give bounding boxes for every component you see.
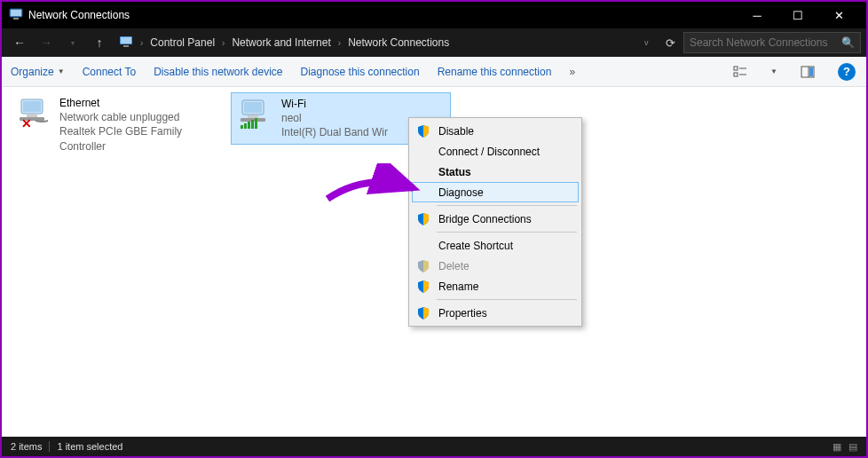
menu-diagnose[interactable]: Diagnose — [412, 182, 579, 202]
back-button[interactable]: ← — [7, 30, 32, 55]
svg-rect-19 — [244, 102, 262, 113]
shield-icon — [415, 279, 431, 295]
menu-separator — [437, 232, 577, 233]
ethernet-icon: ✕ — [14, 96, 52, 131]
status-selected-count: 1 item selected — [57, 441, 122, 452]
svg-rect-7 — [734, 73, 738, 76]
adapter-name: Ethernet — [59, 96, 227, 110]
svg-rect-14 — [23, 101, 41, 112]
maximize-button[interactable]: ☐ — [777, 2, 818, 28]
breadcrumb-item[interactable]: Network and Internet — [232, 36, 330, 49]
shield-icon — [415, 258, 431, 274]
up-button[interactable]: ↑ — [87, 30, 112, 55]
breadcrumb[interactable]: › Control Panel › Network and Internet ›… — [114, 36, 643, 51]
adapter-text: Ethernet Network cable unplugged Realtek… — [59, 96, 227, 154]
view-options-button[interactable] — [730, 61, 751, 83]
connect-to-button[interactable]: Connect To — [83, 66, 137, 78]
chevron-right-icon: › — [335, 38, 344, 48]
svg-rect-2 — [13, 18, 19, 20]
menu-create-shortcut[interactable]: Create Shortcut — [412, 235, 579, 256]
status-item-count: 2 items — [11, 441, 42, 452]
menu-connect-disconnect[interactable]: Connect / Disconnect — [412, 141, 579, 162]
close-button[interactable]: ✕ — [818, 2, 859, 28]
svg-rect-5 — [123, 45, 129, 47]
menu-separator — [437, 299, 577, 300]
adapter-ethernet[interactable]: ✕ Ethernet Network cable unplugged Realt… — [11, 92, 231, 157]
adapter-name: Wi-Fi — [281, 97, 388, 111]
minimize-button[interactable]: ─ — [737, 2, 777, 28]
status-separator — [49, 441, 50, 452]
menu-rename[interactable]: Rename — [412, 276, 579, 296]
address-bar: ← → ▾ ↑ › Control Panel › Network and In… — [2, 28, 866, 57]
tiles-view-icon[interactable]: ▤ — [848, 441, 857, 453]
chevron-right-icon: › — [218, 38, 228, 48]
disable-device-button[interactable]: Disable this network device — [154, 66, 282, 78]
preview-pane-button[interactable] — [797, 61, 818, 83]
svg-rect-6 — [734, 67, 738, 70]
adapter-text: Wi-Fi neol Intel(R) Dual Band Wir — [281, 97, 388, 140]
help-icon: ? — [838, 63, 856, 81]
svg-text:✕: ✕ — [21, 116, 32, 130]
adapter-desc: Realtek PCIe GBE Family Controller — [59, 124, 227, 153]
search-box[interactable]: 🔍 — [683, 32, 861, 53]
search-icon: 🔍 — [841, 36, 855, 49]
address-dropdown[interactable]: v — [644, 38, 657, 47]
rename-connection-button[interactable]: Rename this connection — [438, 66, 552, 78]
organize-menu[interactable]: Organize ▼ — [11, 66, 65, 78]
search-input[interactable] — [690, 36, 841, 49]
menu-properties[interactable]: Properties — [412, 303, 579, 323]
titlebar: Network Connections ─ ☐ ✕ — [2, 2, 866, 28]
breadcrumb-item[interactable]: Control Panel — [150, 36, 215, 49]
svg-rect-22 — [241, 125, 243, 129]
shield-icon — [415, 305, 431, 321]
diagnose-connection-button[interactable]: Diagnose this connection — [301, 66, 420, 78]
view-dropdown[interactable]: ▼ — [769, 61, 779, 83]
svg-rect-23 — [244, 123, 247, 129]
svg-rect-20 — [248, 115, 258, 118]
menu-separator — [437, 205, 577, 206]
chevron-right-icon: › — [137, 38, 146, 48]
shield-icon — [415, 211, 431, 227]
context-menu: Disable Connect / Disconnect Status Diag… — [408, 117, 582, 327]
menu-disable[interactable]: Disable — [412, 121, 579, 141]
breadcrumb-item[interactable]: Network Connections — [348, 36, 449, 49]
window-icon — [9, 8, 23, 22]
refresh-button[interactable]: ⟳ — [659, 36, 682, 50]
status-bar: 2 items 1 item selected ▦ ▤ — [2, 437, 866, 456]
control-panel-icon — [119, 36, 133, 51]
command-bar: Organize ▼ Connect To Disable this netwo… — [2, 57, 866, 87]
adapter-status: neol — [281, 111, 388, 125]
menu-status[interactable]: Status — [412, 162, 579, 182]
help-button[interactable]: ? — [836, 61, 857, 83]
svg-rect-25 — [251, 120, 254, 129]
chevron-down-icon: ▼ — [58, 67, 65, 75]
window-controls: ─ ☐ ✕ — [737, 2, 859, 28]
shield-icon — [415, 123, 431, 139]
svg-rect-12 — [809, 67, 813, 76]
svg-rect-24 — [248, 122, 250, 129]
details-view-icon[interactable]: ▦ — [832, 441, 841, 453]
svg-rect-1 — [11, 10, 21, 16]
svg-rect-26 — [255, 118, 257, 129]
adapter-status: Network cable unplugged — [59, 110, 227, 124]
svg-rect-4 — [121, 37, 131, 43]
wifi-icon — [235, 97, 274, 132]
forward-button[interactable]: → — [34, 30, 59, 55]
menu-delete: Delete — [412, 256, 579, 276]
window-title: Network Connections — [28, 9, 737, 21]
adapter-desc: Intel(R) Dual Band Wir — [281, 125, 388, 139]
overflow-button[interactable]: » — [569, 66, 575, 78]
menu-bridge[interactable]: Bridge Connections — [412, 209, 579, 229]
recent-dropdown[interactable]: ▾ — [60, 30, 85, 55]
